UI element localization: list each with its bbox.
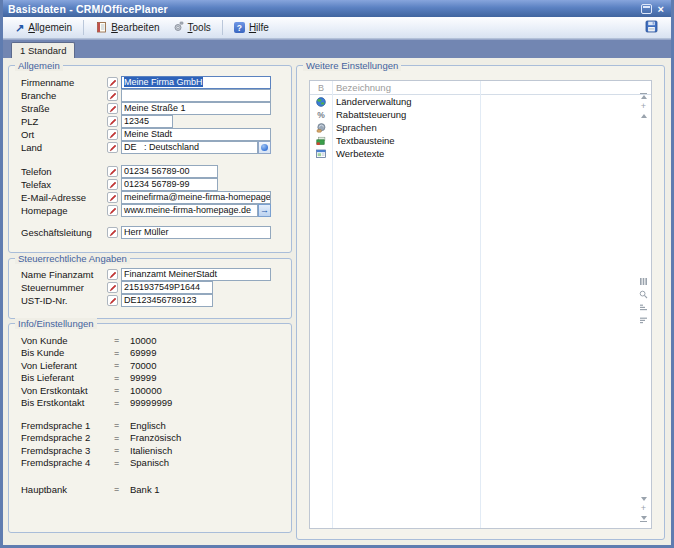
sort-descending-icon[interactable] — [639, 316, 648, 325]
edit-pencil-icon[interactable] — [107, 77, 118, 88]
ustid-input[interactable]: DE123456789123 — [121, 294, 213, 307]
window-titlebar: Basisdaten - CRM/OfficePlaner × — [3, 0, 671, 17]
telefax-input[interactable]: 01234 56789-99 — [121, 178, 218, 191]
table-header-bezeichnung[interactable]: Bezeichnung — [332, 82, 391, 93]
edit-pencil-icon[interactable] — [107, 227, 118, 238]
menu-item-allgemein[interactable]: ↗ Allgemein — [10, 20, 77, 35]
info-value: 99999 — [130, 372, 156, 383]
homepage-input[interactable]: www.meine-firma-homepage.de — [121, 204, 258, 217]
email-input[interactable]: meinefirma@meine-firma-homepage.de — [121, 191, 271, 204]
group-weitere-einstellungen: Weitere Einstellungen B Bezeichnung Länd… — [296, 65, 665, 540]
search-icon[interactable] — [639, 290, 648, 299]
edit-pencil-icon[interactable] — [107, 282, 118, 293]
finanzamt-input[interactable]: Finanzamt MeinerStadt — [121, 268, 271, 281]
field-land: Land DE : Deutschland — [21, 141, 281, 154]
plz-input[interactable]: 12345 — [121, 115, 173, 128]
edit-pencil-icon[interactable] — [107, 103, 118, 114]
info-label: Bis Erstkontakt — [21, 397, 114, 408]
settings-table: B Bezeichnung Länderverwaltung % Rabatts… — [309, 80, 652, 529]
info-row-fremdsprache-2: Fremdsprache 2=Französisch — [21, 432, 281, 445]
strasse-input[interactable]: Meine Straße 1 — [121, 102, 271, 115]
ort-input[interactable]: Meine Stadt — [121, 128, 271, 141]
steuernummer-input[interactable]: 2151937549P1644 — [121, 281, 213, 294]
field-label: Name Finanzamt — [21, 269, 107, 280]
group-allgemein: Allgemein Firmenname Meine Firma GmbH Br… — [8, 65, 292, 253]
field-label: E-Mail-Adresse — [21, 192, 107, 203]
edit-pencil-icon[interactable] — [107, 142, 118, 153]
firmenname-input[interactable]: Meine Firma GmbH — [121, 76, 271, 89]
edit-pencil-icon[interactable] — [107, 269, 118, 280]
info-value: Italienisch — [130, 445, 172, 456]
maximize-icon[interactable] — [641, 4, 652, 14]
land-dropdown-button[interactable] — [258, 141, 271, 154]
tools-icon — [172, 21, 184, 35]
field-label: Straße — [21, 103, 107, 114]
equals-sign: = — [114, 458, 130, 468]
field-ustid: UST-ID-Nr. DE123456789123 — [21, 294, 281, 307]
branche-input[interactable] — [121, 89, 271, 102]
scroll-top-icon[interactable] — [639, 93, 648, 99]
move-up-icon[interactable] — [639, 114, 648, 118]
table-row-label: Rabattsteuerung — [332, 109, 406, 120]
info-label: Fremdsprache 3 — [21, 445, 114, 456]
info-row-von-kunde: Von Kunde=10000 — [21, 334, 281, 347]
menu-label: Allgemein — [28, 22, 72, 33]
telefon-input[interactable]: 01234 56789-00 — [121, 165, 218, 178]
field-homepage: Homepage www.meine-firma-homepage.de → — [21, 204, 281, 217]
edit-pencil-icon[interactable] — [107, 129, 118, 140]
move-down-icon[interactable] — [639, 497, 648, 501]
equals-sign: = — [114, 398, 130, 408]
scroll-bottom-icon[interactable] — [639, 516, 648, 522]
field-label: Firmenname — [21, 77, 107, 88]
page-down-icon[interactable]: + — [639, 505, 648, 512]
land-combo-input[interactable]: DE : Deutschland — [121, 141, 258, 154]
equals-sign: = — [114, 348, 130, 358]
equals-sign: = — [114, 373, 130, 383]
table-row-label: Sprachen — [332, 122, 377, 133]
table-header-b[interactable]: B — [310, 83, 332, 93]
table-row-label: Textbausteine — [332, 135, 395, 146]
field-email: E-Mail-Adresse meinefirma@meine-firma-ho… — [21, 191, 281, 204]
geschaeftsleitung-input[interactable]: Herr Müller — [121, 226, 271, 239]
edit-pencil-icon[interactable] — [107, 205, 118, 216]
sort-ascending-icon[interactable] — [639, 303, 648, 312]
customize-columns-icon[interactable] — [639, 277, 648, 286]
grid-line — [480, 81, 481, 528]
tab-standard[interactable]: 1 Standard — [11, 42, 75, 58]
info-label: Von Lieferant — [21, 360, 114, 371]
edit-pencil-icon[interactable] — [107, 192, 118, 203]
edit-pencil-icon[interactable] — [107, 295, 118, 306]
info-row-fremdsprache-1: Fremdsprache 1=Englisch — [21, 419, 281, 432]
edit-pencil-icon[interactable] — [107, 166, 118, 177]
page-up-icon[interactable]: + — [639, 103, 648, 110]
toolbar-separator — [222, 20, 223, 35]
field-steuernummer: Steuernummer 2151937549P1644 — [21, 281, 281, 294]
edit-pencil-icon[interactable] — [107, 179, 118, 190]
open-link-button[interactable]: → — [258, 204, 271, 217]
field-label: Homepage — [21, 205, 107, 216]
menu-item-tools[interactable]: Tools — [167, 19, 216, 37]
toolbar-separator — [83, 20, 84, 35]
field-geschaeftsleitung: Geschäftsleitung Herr Müller — [21, 226, 281, 239]
text-blocks-icon — [310, 136, 332, 146]
info-label: Von Erstkontakt — [21, 385, 114, 396]
menu-item-hilfe[interactable]: ? Hilfe — [229, 20, 274, 35]
ad-window-icon — [310, 149, 332, 159]
field-branche: Branche — [21, 89, 281, 102]
edit-pencil-icon[interactable] — [107, 90, 118, 101]
close-icon[interactable]: × — [656, 4, 666, 14]
edit-pencil-icon[interactable] — [107, 116, 118, 127]
group-title: Info/Einstellungen — [15, 318, 97, 329]
info-row-bis-lieferant: Bis Lieferant=99999 — [21, 372, 281, 385]
help-icon: ? — [234, 22, 245, 33]
menu-item-bearbeiten[interactable]: Bearbeiten — [90, 19, 164, 37]
save-button[interactable] — [645, 19, 664, 37]
info-value: Spanisch — [130, 457, 169, 468]
field-plz: PLZ 12345 — [21, 115, 281, 128]
info-label: Von Kunde — [21, 335, 114, 346]
globe-icon — [310, 97, 332, 107]
info-value: Englisch — [130, 420, 166, 431]
field-label: Ort — [21, 129, 107, 140]
scroll-controls-top: + — [639, 93, 648, 118]
group-title: Allgemein — [15, 60, 63, 71]
